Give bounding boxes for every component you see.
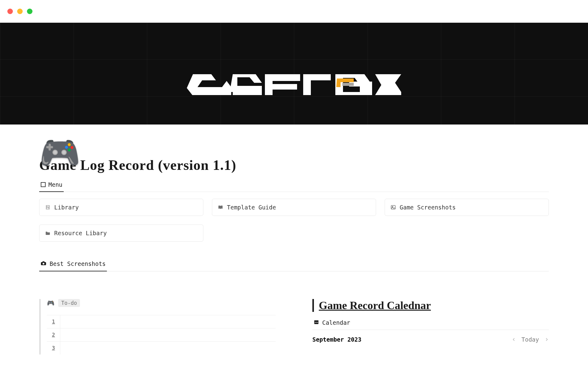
gamelog-logo xyxy=(187,68,401,102)
card-library-label: Library xyxy=(54,204,79,211)
card-game-screenshots-label: Game Screenshots xyxy=(400,204,456,211)
image-icon xyxy=(390,205,396,210)
tab-menu-label: Menu xyxy=(48,181,62,188)
card-resource-library[interactable]: Resource Libary xyxy=(39,224,203,242)
svg-marker-0 xyxy=(187,74,231,95)
svg-rect-12 xyxy=(314,320,318,322)
tab-calendar[interactable]: Calendar xyxy=(312,319,352,330)
calendar-month-label: September 2023 xyxy=(312,336,361,343)
svg-rect-15 xyxy=(317,322,318,323)
camera-icon xyxy=(40,260,47,267)
svg-rect-13 xyxy=(315,322,316,323)
svg-marker-5 xyxy=(375,74,401,95)
calendar-tabs: Calendar xyxy=(312,319,549,330)
card-game-screenshots[interactable]: Game Screenshots xyxy=(385,199,549,216)
calendar-nav: September 2023 Today xyxy=(312,336,549,343)
page-icon-controller[interactable]: 🎮 xyxy=(39,136,81,169)
controller-icon: 🎮 xyxy=(47,299,55,307)
tab-best-screenshots[interactable]: Best Screenshots xyxy=(39,260,107,271)
tab-best-screenshots-label: Best Screenshots xyxy=(50,260,106,267)
page-title: Game Log Record (version 1.1) xyxy=(39,157,549,173)
calendar-next-button[interactable] xyxy=(545,336,549,343)
tab-menu[interactable]: Menu xyxy=(39,181,64,192)
todo-row-content[interactable] xyxy=(60,315,276,328)
folder-icon xyxy=(45,230,51,236)
svg-marker-2 xyxy=(265,74,300,95)
calendar-title-block: Game Record Calednar xyxy=(312,299,549,312)
traffic-light-zoom[interactable] xyxy=(27,9,32,14)
menu-tabs: Menu xyxy=(39,181,549,192)
svg-point-10 xyxy=(43,263,44,265)
todo-row-content[interactable] xyxy=(60,328,276,341)
traffic-light-minimize[interactable] xyxy=(17,9,23,14)
calendar-title[interactable]: Game Record Calednar xyxy=(319,299,549,312)
card-template-guide[interactable]: Template Guide xyxy=(212,199,376,216)
card-library[interactable]: Library xyxy=(39,199,203,216)
calendar-icon xyxy=(314,319,319,326)
svg-rect-8 xyxy=(391,205,395,209)
card-template-guide-label: Template Guide xyxy=(227,204,276,211)
svg-marker-3 xyxy=(303,74,331,95)
todo-row-number: 3 xyxy=(47,342,60,355)
todo-row[interactable]: 3 xyxy=(47,341,276,355)
notion-icon xyxy=(45,205,51,210)
todo-row-number: 1 xyxy=(47,315,60,328)
todo-tag[interactable]: To-do xyxy=(58,299,80,307)
todo-row-number: 2 xyxy=(47,328,60,341)
square-icon xyxy=(40,182,46,187)
menu-cards: Library Template Guide Game Screenshots … xyxy=(39,199,549,242)
svg-rect-14 xyxy=(316,322,317,323)
todo-header: 🎮 To-do xyxy=(47,299,276,307)
todo-list: 1 2 3 xyxy=(47,315,276,355)
todo-row[interactable]: 1 xyxy=(47,315,276,328)
window-titlebar xyxy=(0,0,588,23)
todo-row-content[interactable] xyxy=(60,342,276,355)
calendar-today-button[interactable]: Today xyxy=(522,336,539,343)
tab-calendar-label: Calendar xyxy=(322,319,350,326)
svg-marker-7 xyxy=(342,83,354,86)
page-cover xyxy=(0,23,588,125)
screenshots-tabs: Best Screenshots xyxy=(39,260,549,271)
book-open-icon xyxy=(218,205,223,210)
traffic-light-close[interactable] xyxy=(7,9,13,14)
calendar-panel: Game Record Calednar Calendar September … xyxy=(312,299,549,355)
svg-marker-1 xyxy=(230,74,262,95)
todo-panel: 🎮 To-do 1 2 3 xyxy=(39,299,276,355)
todo-row[interactable]: 2 xyxy=(47,328,276,341)
calendar-prev-button[interactable] xyxy=(512,336,516,343)
card-resource-library-label: Resource Libary xyxy=(54,230,107,236)
